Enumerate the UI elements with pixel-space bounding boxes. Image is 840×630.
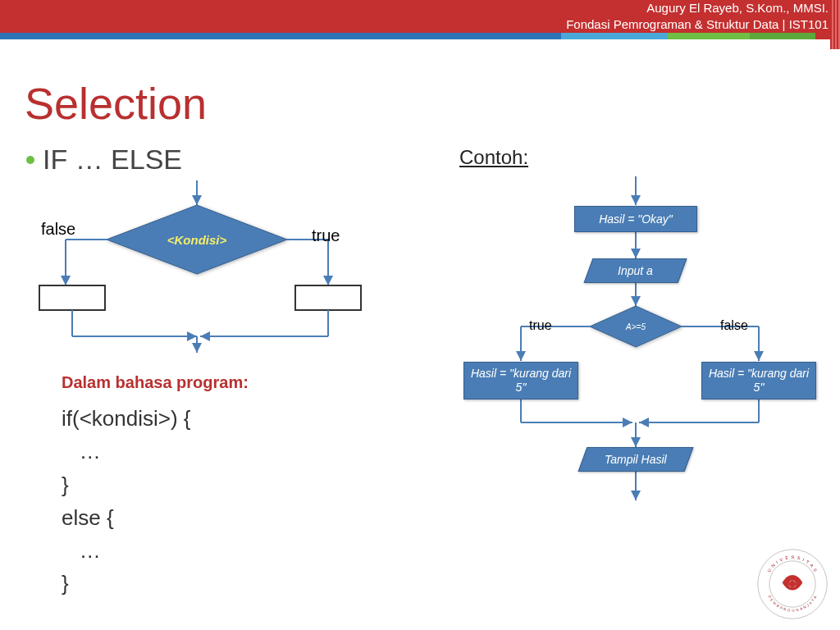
example-label: Contoh:	[459, 146, 528, 169]
header-edge-decor	[830, 0, 840, 49]
bullet-icon	[26, 156, 34, 164]
slide-title: Selection	[25, 78, 207, 129]
author-line: Augury El Rayeb, S.Kom., MMSI.	[0, 0, 840, 16]
svg-rect-9	[295, 285, 361, 310]
step-input-a: Input a	[584, 258, 687, 283]
right-true-label: true	[529, 318, 552, 333]
subheading-text: IF … ELSE	[43, 144, 182, 176]
left-flowchart: <Kondisi> false true	[33, 180, 377, 345]
svg-text:P E M B A N G U N A N   J A Y : P E M B A N G U N A N J A Y A	[767, 595, 817, 612]
left-true-label: true	[312, 226, 340, 245]
code-label: Dalam bahasa program:	[62, 373, 249, 392]
color-stripe	[0, 33, 840, 39]
left-flowchart-svg: <Kondisi>	[33, 180, 377, 353]
code-block: if(<kondisi>) { … } else { … }	[62, 402, 191, 600]
step-output: Tampil Hasil	[578, 447, 694, 472]
course-line: Fondasi Pemrograman & Struktur Data | IS…	[0, 16, 840, 33]
subheading-row: IF … ELSE	[26, 144, 182, 176]
right-cond-text: A>=5	[625, 322, 646, 331]
university-logo: U N I V E R S I T A S P E M B A N G U N …	[756, 548, 829, 620]
left-false-label: false	[41, 220, 75, 239]
right-flowchart: A>=5 Hasil = "Okay" Input a true false H…	[447, 176, 833, 529]
slide-header: Augury El Rayeb, S.Kom., MMSI. Fondasi P…	[0, 0, 840, 49]
svg-rect-4	[39, 285, 105, 310]
right-false-label: false	[720, 318, 748, 333]
branch-false-box: Hasil = "kurang dari 5"	[701, 362, 816, 399]
left-cond-text: <Kondisi>	[167, 233, 227, 247]
step-hasil-okay: Hasil = "Okay"	[574, 206, 697, 232]
branch-true-box: Hasil = "kurang dari 5"	[463, 362, 578, 399]
